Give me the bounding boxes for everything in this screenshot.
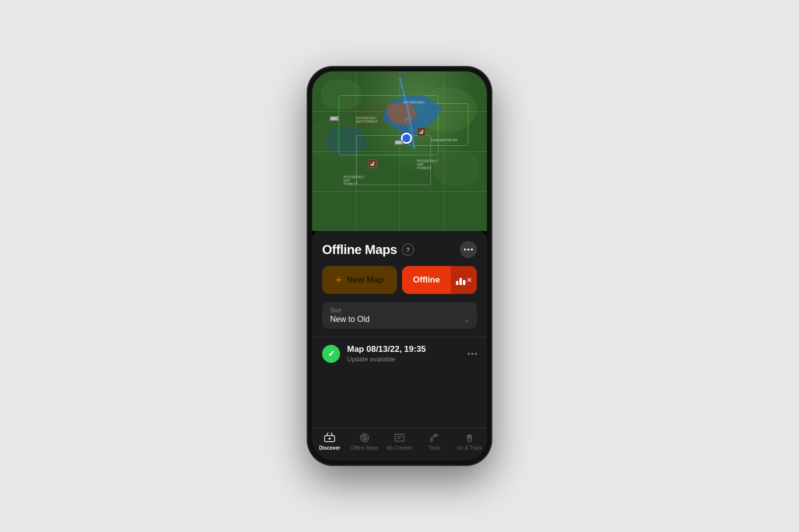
offline-label: Offline (402, 275, 451, 285)
bar-chart-icon (456, 275, 465, 285)
new-map-label: New Map (347, 275, 384, 285)
plus-icon: + (336, 274, 342, 285)
nav-item-my-content[interactable]: My Content (382, 432, 417, 451)
svg-rect-5 (395, 434, 404, 441)
map-status: Update available (347, 355, 461, 363)
bar1 (456, 281, 458, 285)
offline-icon-area: ✕ (451, 266, 477, 294)
item-more-dot (468, 353, 470, 355)
nav-item-discover[interactable]: Discover (312, 432, 347, 451)
sheet-header: Offline Maps ? (312, 231, 487, 266)
mountain-label: Iron Mountain (403, 100, 424, 104)
checkmark-icon: ✓ (328, 348, 335, 359)
tools-icon (428, 432, 441, 443)
spacer (312, 370, 487, 428)
x-icon: ✕ (466, 276, 472, 284)
nav-item-offline-maps[interactable]: Offline Maps (347, 432, 382, 451)
map-view[interactable]: 🏕 🏕 CherokeeFlat Rd Iron Mountain ROOSEV… (312, 71, 487, 231)
more-dot (467, 249, 469, 251)
forest-label2: ROOSEVELTNATFOREST (417, 159, 438, 170)
new-map-button[interactable]: + New Map (322, 266, 397, 294)
offline-button[interactable]: Offline ✕ (402, 266, 477, 294)
bar2 (459, 278, 462, 285)
offline-maps-icon (358, 432, 371, 443)
map-name: Map 08/13/22, 19:35 (347, 344, 461, 354)
bottom-sheet: Offline Maps ? + New Map Of (312, 231, 487, 461)
nav-label-offline-maps: Offline Maps (351, 445, 379, 451)
sort-row: New to Old ⌵ (330, 315, 469, 324)
bottom-nav: Discover Offline Maps (312, 428, 487, 461)
highway-badge: 80C (395, 140, 404, 145)
check-circle: ✓ (322, 345, 340, 363)
nav-label-go-track: Go & Track (457, 445, 482, 451)
map-list-item[interactable]: ✓ Map 08/13/22, 19:35 Update available (312, 337, 487, 370)
item-more-dot (475, 353, 477, 355)
sort-value: New to Old (330, 315, 370, 324)
my-content-icon (393, 432, 406, 443)
discover-icon (323, 432, 336, 443)
go-track-icon (463, 432, 476, 443)
chevron-down-icon: ⌵ (465, 315, 469, 323)
phone-screen: 🏕 🏕 CherokeeFlat Rd Iron Mountain ROOSEV… (312, 71, 487, 461)
map-poi-icon2: 🏕 (417, 127, 426, 136)
nav-label-discover: Discover (319, 445, 340, 451)
item-more-dot (471, 353, 473, 355)
item-more-button[interactable] (468, 353, 477, 355)
highway-badge2: 80C (330, 116, 339, 121)
help-button[interactable]: ? (402, 244, 414, 256)
map-route (312, 71, 487, 231)
nav-label-my-content: My Content (387, 445, 412, 451)
road-label: CherokeeFlat Rd (431, 138, 457, 142)
more-dot (471, 249, 473, 251)
more-dot (464, 249, 466, 251)
svg-point-1 (329, 438, 331, 440)
sort-label: Sort (330, 307, 469, 314)
title-group: Offline Maps ? (322, 242, 414, 258)
bar3 (463, 280, 465, 285)
natf-label: ROOSEVELTNAT FOREST (356, 116, 378, 123)
nav-item-tools[interactable]: Tools (417, 432, 452, 451)
nav-label-tools: Tools (428, 445, 440, 451)
sheet-pull-handle[interactable] (391, 75, 408, 77)
map-poi-icon: 🏕 (368, 159, 377, 168)
map-info: Map 08/13/22, 19:35 Update available (347, 344, 461, 363)
sheet-title: Offline Maps (322, 242, 397, 258)
svg-point-9 (469, 436, 470, 438)
sort-dropdown[interactable]: Sort New to Old ⌵ (322, 302, 477, 329)
more-options-button[interactable] (460, 241, 477, 258)
action-buttons: + New Map Offline ✕ (312, 266, 487, 302)
nav-item-go-track[interactable]: Go & Track (452, 432, 487, 451)
forest-label1: ROOSEVELTNATFOREST (344, 175, 365, 186)
phone-frame: 🏕 🏕 CherokeeFlat Rd Iron Mountain ROOSEV… (307, 66, 492, 466)
